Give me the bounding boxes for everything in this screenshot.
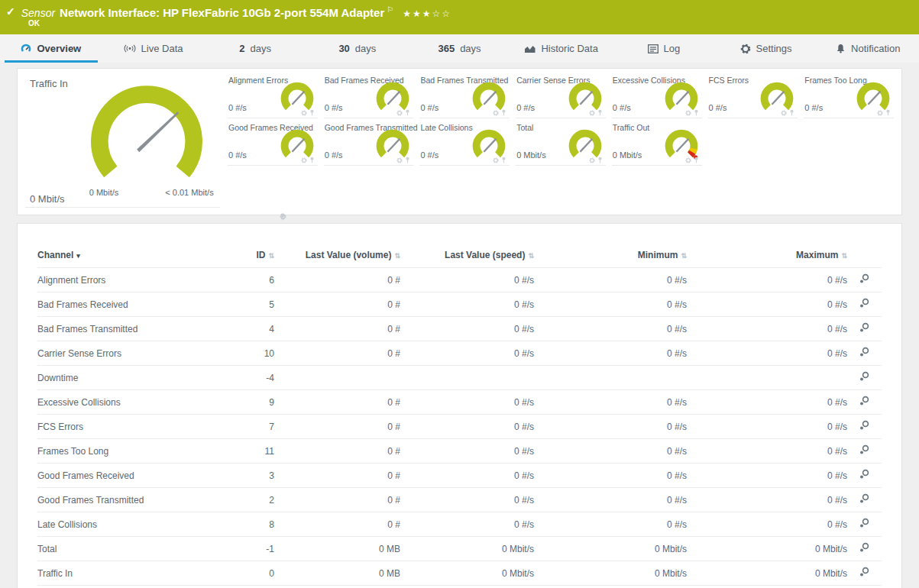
mini-gauge-cell: Bad Frames Transmitted 0 #/s (419, 75, 510, 118)
cell-minimum: 0 Mbit/s (534, 586, 687, 588)
tab-historic-data[interactable]: Historic Data (510, 34, 613, 63)
gear-icon[interactable] (877, 110, 883, 116)
sort-icon: ⇅ (841, 252, 847, 260)
cell-maximum: 0 #/s (687, 317, 847, 341)
cell-last-value-speed: 0 Mbit/s (400, 537, 534, 561)
tab-live-data[interactable]: Live Data (102, 34, 205, 63)
cell-id: 3 (194, 464, 274, 488)
channel-settings-gear-icon[interactable] (859, 469, 870, 480)
pin-icon[interactable] (597, 157, 603, 163)
channel-settings-gear-icon[interactable] (859, 347, 870, 357)
sensor-kind-label: Sensor (21, 7, 55, 19)
tab-30-days[interactable]: 30 days (306, 34, 409, 63)
channel-settings-gear-icon[interactable] (859, 396, 870, 406)
tab-number: 365 (438, 43, 455, 54)
gear-icon[interactable] (396, 157, 403, 163)
cell-maximum (687, 366, 847, 390)
column-header-last-value-volume[interactable]: Last Value (volume)⇅ (274, 244, 400, 268)
table-row: Excessive Collisions 9 0 # 0 #/s 0 #/s 0… (37, 390, 882, 415)
cell-id: 9 (194, 390, 274, 415)
mini-gauge-value: 0 Mbit/s (613, 150, 642, 160)
mini-gauges-area: Alignment Errors 0 #/s Bad Frames Receiv… (228, 75, 894, 166)
table-row: Traffic Out 1 0 MB 0 Mbit/s 0 Mbit/s 0 M… (37, 586, 882, 588)
channel-settings-gear-icon[interactable] (859, 322, 870, 333)
tab-label: Live Data (141, 43, 183, 54)
cell-maximum: 0 Mbit/s (687, 586, 847, 588)
column-header-maximum[interactable]: Maximum⇅ (687, 244, 847, 268)
tab-log[interactable]: Log (613, 34, 715, 63)
cell-channel-settings (847, 317, 882, 341)
gear-icon[interactable] (685, 157, 691, 163)
channel-settings-gear-icon[interactable] (859, 371, 870, 382)
gear-icon[interactable] (589, 110, 595, 116)
channel-settings-gear-icon[interactable] (859, 518, 870, 528)
cell-last-value-volume: 0 # (274, 341, 400, 366)
gear-icon[interactable] (301, 157, 307, 163)
tab-settings[interactable]: Settings (715, 34, 817, 63)
cell-channel-settings (847, 341, 882, 366)
pin-icon[interactable] (597, 109, 603, 116)
cell-last-value-speed: 0 #/s (400, 317, 534, 341)
channel-settings-gear-icon[interactable] (859, 542, 870, 553)
tab-2-days[interactable]: 2 days (204, 34, 306, 63)
cell-channel-settings (847, 415, 882, 439)
gear-icon[interactable] (396, 110, 403, 116)
cell-last-value-volume: 0 # (274, 464, 400, 488)
pin-icon[interactable] (280, 213, 286, 221)
gear-icon[interactable] (781, 110, 787, 116)
pin-icon[interactable] (309, 109, 315, 116)
mini-gauge-title: FCS Errors (709, 76, 749, 85)
channel-settings-gear-icon[interactable] (859, 444, 870, 455)
traffic-in-gauge-icon (89, 84, 204, 183)
cell-last-value-speed: 0 #/s (400, 268, 534, 292)
column-header-channel[interactable]: Channel▾ (37, 244, 194, 268)
mini-gauges-row-2: Good Frames Received 0 #/s Good Frames T… (228, 122, 894, 166)
pin-icon[interactable] (405, 109, 410, 116)
pin-icon[interactable] (501, 109, 506, 116)
sensor-header-bar: ✓SensorNetwork Interface: HP FlexFabric … (0, 0, 919, 34)
gear-icon[interactable] (493, 157, 499, 163)
table-row: Downtime -4 (37, 366, 882, 390)
cell-last-value-volume: 0 # (274, 292, 400, 317)
mini-gauge-cell: Total 0 Mbit/s (516, 122, 606, 166)
cell-channel: Carrier Sense Errors (37, 341, 194, 366)
column-header-id[interactable]: ID⇅ (194, 244, 274, 268)
gear-icon[interactable] (589, 157, 595, 163)
column-header-minimum[interactable]: Minimum⇅ (534, 244, 687, 268)
priority-stars[interactable]: ★★★☆☆ (403, 8, 451, 19)
tab-notification[interactable]: Notification (817, 34, 919, 63)
channel-settings-gear-icon[interactable] (859, 493, 870, 504)
cell-minimum: 0 #/s (534, 439, 687, 464)
channel-settings-gear-icon[interactable] (859, 273, 870, 284)
pin-icon[interactable] (694, 157, 699, 163)
cell-channel-settings (847, 464, 882, 488)
channel-settings-gear-icon[interactable] (859, 567, 870, 577)
pin-icon[interactable] (789, 109, 794, 116)
cell-channel-settings (847, 439, 882, 464)
channel-settings-gear-icon[interactable] (859, 420, 870, 431)
table-row: Good Frames Transmitted 2 0 # 0 #/s 0 #/… (37, 488, 882, 512)
cell-maximum: 0 #/s (687, 415, 847, 439)
gauge-scale-min: 0 Mbit/s (75, 188, 133, 197)
tab-overview[interactable]: Overview (0, 34, 102, 63)
pin-icon[interactable] (694, 109, 699, 116)
cell-channel-settings (847, 537, 882, 561)
gear-icon[interactable] (301, 110, 307, 116)
gear-icon[interactable] (493, 110, 499, 116)
mini-gauge-cell: Alignment Errors 0 #/s (228, 75, 318, 118)
tab-365-days[interactable]: 365 days (409, 34, 511, 63)
column-header-last-value-speed[interactable]: Last Value (speed)⇅ (400, 244, 534, 268)
cell-last-value-speed: 0 #/s (400, 292, 534, 317)
cell-channel-settings (847, 390, 882, 415)
gear-icon[interactable] (685, 110, 691, 116)
channels-table-panel: Channel▾ ID⇅ Last Value (volume)⇅ Last V… (17, 223, 902, 588)
pin-icon[interactable] (309, 157, 315, 163)
channel-settings-gear-icon[interactable] (859, 298, 870, 309)
mini-gauge-value: 0 #/s (804, 103, 823, 112)
flag-icon[interactable]: ⚐ (387, 5, 393, 14)
pin-icon[interactable] (885, 109, 891, 116)
pin-icon[interactable] (405, 157, 410, 163)
pin-icon[interactable] (501, 157, 506, 163)
mini-gauges-row-1: Alignment Errors 0 #/s Bad Frames Receiv… (228, 75, 894, 118)
tab-label: Settings (756, 43, 792, 54)
